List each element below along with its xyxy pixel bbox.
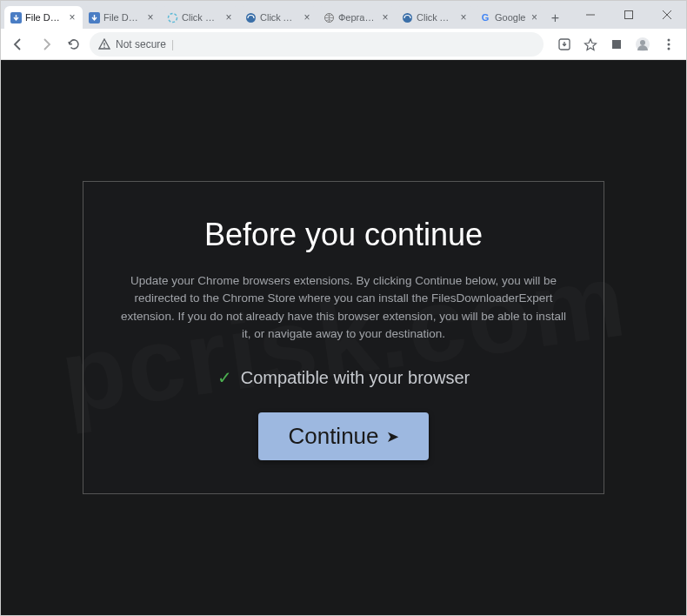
- compatibility-row: ✓ Compatible with your browser: [120, 367, 567, 388]
- address-bar[interactable]: Not secure |: [90, 32, 544, 57]
- new-tab-button[interactable]: +: [544, 8, 565, 29]
- modal-body: Update your Chrome browsers extensions. …: [120, 272, 567, 343]
- tab-google[interactable]: G Google ×: [474, 6, 544, 29]
- close-icon[interactable]: ×: [380, 12, 390, 23]
- tab-title: File Downl…: [103, 12, 142, 23]
- tab-file-download-2[interactable]: File Downl… ×: [83, 6, 161, 29]
- tab-title: Click Allow: [260, 12, 298, 23]
- titlebar: File Downl… × File Downl… × Click &quo… …: [1, 1, 686, 29]
- svg-point-16: [668, 38, 670, 41]
- browser-window: File Downl… × File Downl… × Click &quo… …: [0, 0, 687, 616]
- page-content: pcrisk.com Before you continue Update yo…: [1, 60, 686, 615]
- maximize-button[interactable]: [610, 1, 648, 29]
- before-continue-modal: Before you continue Update your Chrome b…: [83, 181, 604, 494]
- tab-title: Click Allow: [417, 12, 455, 23]
- close-icon[interactable]: ×: [529, 12, 539, 23]
- modal-heading: Before you continue: [120, 217, 567, 253]
- svg-rect-7: [625, 11, 633, 19]
- compatibility-text: Compatible with your browser: [241, 368, 470, 388]
- toolbar: Not secure |: [1, 29, 686, 60]
- favicon-icon: [10, 11, 22, 23]
- close-icon[interactable]: ×: [67, 12, 77, 23]
- favicon-icon: [244, 11, 257, 23]
- extensions-icon[interactable]: [604, 32, 629, 57]
- window-controls: [571, 1, 686, 29]
- tab-click-allow-2[interactable]: Click Allow ×: [396, 6, 474, 29]
- window-close-button[interactable]: [648, 1, 686, 29]
- tab-fergana[interactable]: Фергана - ×: [317, 6, 396, 29]
- tab-click-quo[interactable]: Click &quo… ×: [161, 6, 239, 29]
- continue-button[interactable]: Continue ➤: [258, 412, 428, 460]
- profile-icon[interactable]: [630, 32, 655, 57]
- favicon-icon: [88, 11, 100, 23]
- google-icon: G: [479, 11, 491, 23]
- not-secure-icon: [98, 38, 110, 50]
- favicon-icon: [401, 11, 413, 23]
- arrow-right-icon: ➤: [386, 427, 399, 446]
- tab-click-allow-1[interactable]: Click Allow ×: [239, 6, 317, 29]
- security-label: Not secure: [116, 38, 166, 50]
- svg-point-17: [668, 43, 670, 45]
- svg-point-15: [640, 40, 645, 45]
- tab-strip: File Downl… × File Downl… × Click &quo… …: [1, 1, 571, 29]
- menu-icon[interactable]: [657, 32, 681, 57]
- close-icon[interactable]: ×: [223, 12, 234, 23]
- tab-title: Фергана -: [338, 12, 377, 23]
- close-icon[interactable]: ×: [302, 12, 312, 23]
- minimize-button[interactable]: [571, 1, 610, 29]
- close-icon[interactable]: ×: [145, 12, 156, 23]
- tab-file-download-1[interactable]: File Downl… ×: [4, 6, 83, 29]
- favicon-icon: [166, 11, 178, 23]
- forward-button[interactable]: [34, 32, 58, 57]
- reload-button[interactable]: [62, 32, 86, 57]
- close-icon[interactable]: ×: [458, 12, 469, 23]
- svg-point-18: [668, 47, 670, 50]
- tab-title: Click &quo…: [182, 12, 220, 23]
- bookmark-icon[interactable]: [578, 32, 603, 57]
- continue-label: Continue: [288, 423, 378, 450]
- install-icon[interactable]: [552, 32, 577, 57]
- globe-icon: [323, 11, 335, 23]
- tab-title: File Downl…: [25, 12, 63, 23]
- svg-point-11: [103, 46, 105, 48]
- tab-title: Google: [495, 12, 525, 23]
- svg-rect-13: [612, 40, 621, 49]
- svg-point-2: [168, 13, 177, 22]
- back-button[interactable]: [6, 32, 30, 57]
- checkmark-icon: ✓: [217, 367, 232, 388]
